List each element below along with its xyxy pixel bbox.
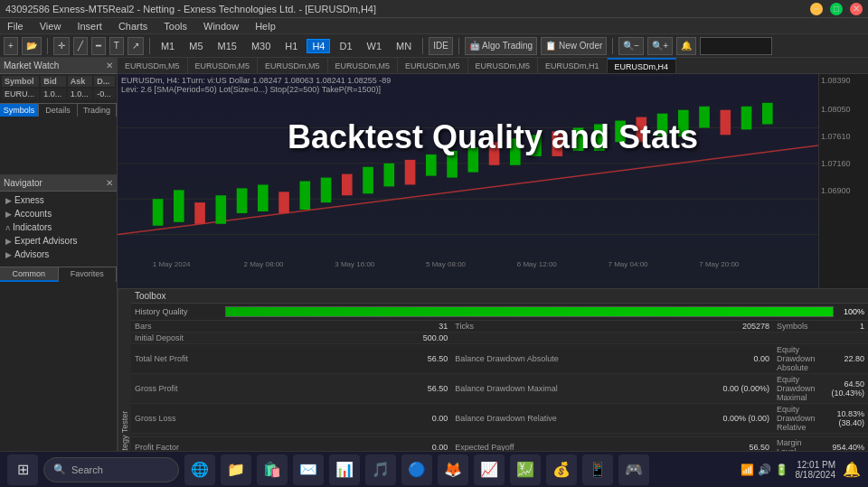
mw-tab-trading[interactable]: Trading (78, 104, 117, 117)
taskbar-firefox-button[interactable]: 🦊 (438, 454, 468, 485)
zoom-out-button[interactable]: 🔍− (618, 37, 644, 55)
table-row: Gross Loss 0.00 Balance Drawdown Relativ… (131, 404, 868, 434)
line-button[interactable]: ╱ (73, 37, 88, 55)
chart-tab-1[interactable]: EURUSDm,M5 (188, 58, 259, 73)
toolbar: + 📂 ✛ ╱ ━ T ↗ M1 M5 M15 M30 H1 H4 D1 W1 … (0, 34, 868, 58)
nav-item-indicators[interactable]: ʌ Indicators (4, 220, 113, 234)
mw-col-symbol: Symbol (2, 76, 39, 87)
zoom-in-button[interactable]: 🔍+ (647, 37, 673, 55)
close-button[interactable]: ✕ (850, 3, 863, 15)
menu-window[interactable]: Window (200, 21, 242, 32)
taskbar-app1-button[interactable]: 📊 (329, 454, 360, 485)
navigator-header: Navigator ✕ (0, 175, 117, 192)
taskbar-store-button[interactable]: 🛍️ (257, 454, 288, 485)
hq-label: History Quality (135, 307, 225, 316)
chart-tab-6[interactable]: EURUSDm,H1 (538, 58, 608, 73)
algo-trading-button[interactable]: 🤖 Algo Trading (465, 37, 537, 55)
market-watch-header: Market Watch ✕ (0, 58, 117, 74)
chart-tab-0[interactable]: EURUSDm,M5 (118, 58, 188, 73)
taskbar-folder-button[interactable]: 📁 (221, 454, 251, 485)
chart-area: EURUSDm,M5 EURUSDm,M5 EURUSDm,M5 EURUSDm… (118, 58, 868, 469)
search-icon: 🔍 (53, 464, 66, 475)
stats-scroll[interactable]: Bars 31 Ticks 205278 Symbols 1 Initial D… (131, 321, 868, 451)
nav-item-advisors[interactable]: ▶ Advisors (4, 248, 113, 261)
tf-mn[interactable]: MN (391, 39, 417, 53)
hq-bar-container (225, 306, 834, 317)
taskbar-app6-button[interactable]: 🎮 (618, 454, 649, 485)
taskbar-tv-button[interactable]: 📈 (474, 454, 505, 485)
chart-tab-5[interactable]: EURUSDm,M5 (468, 58, 539, 73)
notification-button[interactable]: 🔔 (676, 37, 696, 55)
chart-tab-4[interactable]: EURUSDm,M5 (398, 58, 468, 73)
taskbar-mail-button[interactable]: ✉️ (293, 454, 324, 485)
tf-m1[interactable]: M1 (156, 39, 180, 53)
menu-file[interactable]: File (4, 21, 27, 32)
stat-value: 56.50 (349, 374, 451, 404)
nav-item-accounts[interactable]: ▶ Accounts (4, 207, 113, 220)
chart-tab-3[interactable]: EURUSDm,M5 (328, 58, 399, 73)
mw-tab-symbols[interactable]: Symbols (0, 104, 39, 117)
new-chart-button[interactable]: + (4, 37, 18, 55)
stats-table: Bars 31 Ticks 205278 Symbols 1 Initial D… (131, 321, 868, 451)
svg-rect-5 (153, 199, 164, 226)
menu-help[interactable]: Help (251, 21, 279, 32)
tf-m30[interactable]: M30 (246, 39, 276, 53)
svg-text:5 May 08:00: 5 May 08:00 (426, 260, 467, 268)
arrow-button[interactable]: ↗ (127, 37, 144, 55)
taskbar: ⊞ 🔍 Search 🌐 📁 🛍️ ✉️ 📊 🎵 🔵 🦊 📈 💹 💰 📱 🎮 📶… (0, 451, 868, 487)
stat-value: 0.00 (0.00%) (671, 374, 773, 404)
market-watch-close[interactable]: ✕ (106, 61, 113, 70)
taskbar-app5-button[interactable]: 📱 (582, 454, 613, 485)
svg-rect-13 (321, 178, 332, 203)
stat-label: Gross Loss (131, 404, 349, 434)
chart-tab-2[interactable]: EURUSDm,M5 (258, 58, 328, 73)
hline-button[interactable]: ━ (91, 37, 106, 55)
tf-m5[interactable]: M5 (184, 39, 208, 53)
text-button[interactable]: T (109, 37, 124, 55)
tf-w1[interactable]: W1 (362, 39, 388, 53)
taskbar-search-bar[interactable]: 🔍 Search (43, 457, 179, 482)
menu-view[interactable]: View (36, 21, 65, 32)
start-button[interactable]: ⊞ (7, 454, 38, 485)
menu-insert[interactable]: Insert (73, 21, 106, 32)
notifications-button[interactable]: 🔔 (843, 461, 861, 478)
tf-h1[interactable]: H1 (279, 39, 303, 53)
taskbar-edge-button[interactable]: 🌐 (184, 454, 215, 485)
price-5: 1.06900 (819, 168, 868, 195)
stat-label: Equity Drawdown Maximal (773, 374, 824, 404)
nav-item-experts[interactable]: ▶ Expert Advisors (4, 234, 113, 248)
mw-d: -0... (94, 89, 115, 99)
mw-tab-details[interactable]: Details (39, 104, 78, 117)
taskbar-app2-button[interactable]: 🎵 (365, 454, 396, 485)
toolbox-title: Toolbox (135, 291, 165, 301)
nav-tab-favorites[interactable]: Favorites (59, 267, 118, 282)
stat-value: 1 (823, 321, 868, 332)
nav-label-indicators: Indicators (13, 222, 52, 232)
new-order-button[interactable]: 📋 New Order (541, 37, 607, 55)
nav-item-exness[interactable]: ▶ Exness (4, 193, 113, 207)
mw-col-bid: Bid (41, 76, 66, 87)
taskbar-app3-button[interactable]: 💹 (510, 454, 541, 485)
chart-tab-7[interactable]: EURUSDm,H4 (608, 58, 677, 73)
svg-rect-14 (342, 174, 353, 196)
minimize-button[interactable]: − (810, 3, 823, 15)
open-button[interactable]: 📂 (22, 37, 42, 55)
table-row[interactable]: EURU... 1.0... 1.0... -0... (2, 89, 115, 99)
tf-d1[interactable]: D1 (334, 39, 357, 53)
crosshair-button[interactable]: ✛ (53, 37, 70, 55)
taskbar-app4-button[interactable]: 💰 (546, 454, 577, 485)
menu-tools[interactable]: Tools (160, 21, 191, 32)
menu-charts[interactable]: Charts (115, 21, 151, 32)
ide-button[interactable]: IDE (429, 37, 453, 55)
taskbar-chrome-button[interactable]: 🔵 (401, 454, 432, 485)
toolbar-search[interactable] (700, 37, 772, 55)
chart-canvas[interactable]: EURUSDm, H4: 1Turn: vi:US Dollar 1.08247… (118, 74, 868, 288)
tf-m15[interactable]: M15 (212, 39, 242, 53)
mw-symbol: EURU... (2, 89, 39, 99)
nav-tab-common[interactable]: Common (0, 267, 59, 282)
tf-h4-active[interactable]: H4 (307, 39, 330, 53)
maximize-button[interactable]: □ (830, 3, 843, 15)
clock-time: 12:01 PM (796, 460, 836, 470)
navigator-close[interactable]: ✕ (106, 178, 113, 188)
stat-label: Margin Level (773, 437, 824, 452)
